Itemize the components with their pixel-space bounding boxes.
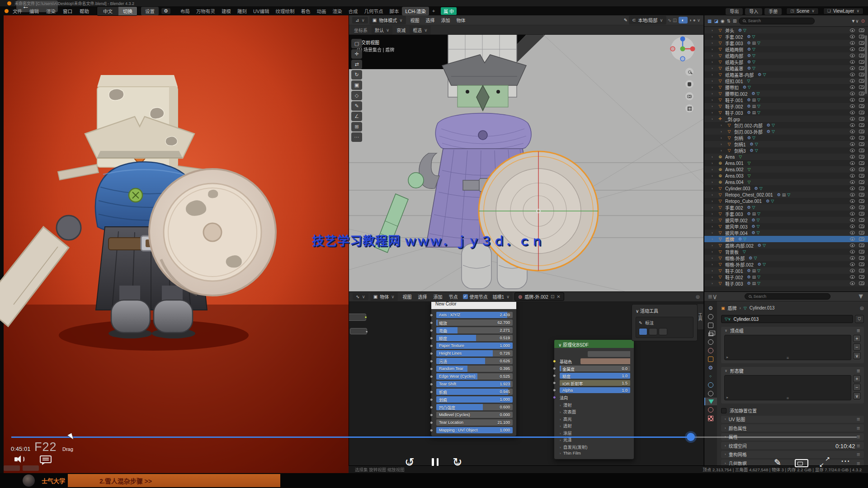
- pause-button[interactable]: [432, 458, 439, 466]
- outliner-row[interactable]: › 鞋子.002 ⚙ ▤ ▽: [704, 103, 868, 109]
- hide-render-icon[interactable]: [859, 136, 864, 140]
- node-param-slider[interactable]: 凹凸强度 0.600: [436, 404, 513, 410]
- hide-viewport-icon[interactable]: [850, 244, 855, 247]
- hide-viewport-icon[interactable]: [850, 231, 855, 235]
- shading-dropdown-icon[interactable]: ∨: [697, 18, 700, 23]
- hide-render-icon[interactable]: [859, 199, 864, 203]
- bsdf-slider[interactable]: 糙度 1.0: [560, 373, 630, 379]
- hide-render-icon[interactable]: [859, 193, 864, 197]
- filter-blend-icon[interactable]: ▦: [708, 19, 712, 23]
- hide-render-icon[interactable]: [859, 47, 864, 51]
- output[interactable]: [704, 321, 717, 329]
- particles[interactable]: [704, 372, 717, 380]
- scale-icon[interactable]: ▣: [351, 80, 362, 90]
- hide-viewport-icon[interactable]: [850, 54, 855, 57]
- workspace-tab[interactable]: 几何节点: [361, 7, 386, 15]
- editor-type-button[interactable]: ⊿∨: [352, 17, 368, 23]
- outliner-row[interactable]: › 手套.002 ⚙ ▤ ▽: [704, 33, 868, 40]
- hide-render-icon[interactable]: [859, 244, 864, 247]
- hide-viewport-icon[interactable]: [850, 250, 855, 253]
- node-param-slider[interactable]: Tear Location 21.100: [436, 419, 513, 426]
- collapsed-panel[interactable]: ›UV 贴图≣: [721, 416, 864, 423]
- hide-render-icon[interactable]: [859, 174, 864, 178]
- outliner-row[interactable]: › 剑柄3 ⚙ ▤ ▽: [704, 147, 868, 154]
- workspace-tab[interactable]: 渲染: [329, 7, 345, 15]
- toggle-grid-icon[interactable]: [685, 104, 693, 113]
- bsdf-section-row[interactable]: ›涂层: [560, 430, 630, 436]
- expand-icon[interactable]: ›: [712, 269, 715, 273]
- bsdf-section-row[interactable]: ›高光: [560, 416, 630, 422]
- outliner-row[interactable]: › 帽檐-外部 ⚙ ▤ ▽: [704, 255, 868, 261]
- outliner-row[interactable]: › 手套.002 ⚙ ▤ ▽: [704, 204, 868, 211]
- expand-icon[interactable]: ›: [712, 275, 715, 279]
- bsdf-section-row[interactable]: ›次表面: [560, 408, 630, 414]
- datablock-field[interactable]: ▽∨ Cylinder.013: [721, 315, 853, 323]
- menu-item[interactable]: 帮助: [76, 8, 93, 15]
- hide-viewport-icon[interactable]: [850, 79, 855, 83]
- socket-icon[interactable]: [430, 337, 433, 340]
- expand-icon[interactable]: ›: [712, 187, 715, 191]
- hide-viewport-icon[interactable]: [850, 35, 855, 38]
- hide-viewport-icon[interactable]: [850, 256, 855, 260]
- outliner-row[interactable]: › 鞋子.002 ⚙ ▤ ▽: [704, 274, 868, 280]
- new-collection-icon[interactable]: ⊞: [733, 19, 736, 23]
- hide-render-icon[interactable]: [859, 275, 864, 279]
- distribution-dropdown[interactable]: [560, 351, 630, 357]
- expand-icon[interactable]: ›: [721, 123, 724, 127]
- node-editor-menu-item[interactable]: 视图: [400, 294, 415, 300]
- workspace-tab[interactable]: 着色: [297, 7, 313, 15]
- blender-menu-icon[interactable]: [5, 9, 9, 13]
- physics[interactable]: [704, 380, 717, 389]
- hide-render-icon[interactable]: [859, 79, 864, 83]
- node-param-slider[interactable]: Tear Shift 1.923: [436, 381, 513, 387]
- hide-render-icon[interactable]: [859, 187, 864, 190]
- hide-viewport-icon[interactable]: [850, 212, 855, 216]
- hide-viewport-icon[interactable]: [850, 193, 855, 197]
- episode-banner[interactable]: 2.雪人混杂步骤 >>: [68, 474, 280, 487]
- outliner-row[interactable]: › 帽檐-外部.002 ⚙ ▤ ▽: [704, 261, 868, 267]
- hide-render-icon[interactable]: [859, 111, 864, 114]
- outliner-row[interactable]: › 纸箱内部 ⚙ ▤ ▽: [704, 52, 868, 59]
- snap-icon[interactable]: ∿: [668, 18, 671, 23]
- filter-funnel-icon[interactable]: ▼∨: [851, 19, 859, 23]
- socket-icon[interactable]: [553, 396, 556, 399]
- socket-icon[interactable]: [553, 381, 556, 385]
- falloff-label[interactable]: 衰减: [396, 27, 406, 33]
- brush-icon[interactable]: ✎: [624, 18, 627, 23]
- topbar-action-button[interactable]: 导出: [726, 8, 743, 15]
- outliner-row[interactable]: › 腰带扣 ⚙ ▤ ▽: [704, 84, 868, 90]
- outliner-row[interactable]: › Area.004 ⚙ ▤ ▽: [704, 179, 868, 185]
- hide-viewport-icon[interactable]: [850, 117, 855, 121]
- hide-viewport-icon[interactable]: [850, 263, 855, 266]
- hide-viewport-icon[interactable]: [850, 206, 855, 209]
- workspace-tab[interactable]: 脚本: [386, 7, 402, 15]
- hide-viewport-icon[interactable]: [850, 282, 855, 285]
- overlays-icon[interactable]: ◫: [673, 18, 677, 23]
- scene[interactable]: [704, 338, 717, 346]
- add-primitive-icon[interactable]: ⊞: [351, 122, 362, 131]
- cursor-icon[interactable]: ✛: [351, 49, 362, 59]
- fake-user-icon[interactable]: ⊡: [551, 294, 554, 299]
- hide-render-icon[interactable]: [859, 54, 864, 57]
- hide-viewport-icon[interactable]: [850, 168, 855, 171]
- expand-icon[interactable]: ›: [721, 136, 724, 140]
- normal-row[interactable]: 法向: [560, 394, 630, 400]
- socket-icon[interactable]: [430, 314, 433, 317]
- outliner-row[interactable]: › Cylinder.003 ⚙ ▤ ▽: [704, 185, 868, 192]
- material-selector[interactable]: ◍ 盾牌-外.002 ⊡ ✕: [514, 292, 564, 301]
- expand-icon[interactable]: ›: [721, 149, 724, 153]
- expand-icon[interactable]: ›: [712, 168, 715, 172]
- socket-icon[interactable]: [553, 360, 556, 363]
- scene-selector[interactable]: ◳ Scene ∨: [786, 8, 818, 14]
- bsdf-slider[interactable]: Alpha 1.0: [560, 387, 630, 393]
- outliner-row[interactable]: › _剑.grp ⚙ ▤ ▽: [704, 116, 868, 122]
- bsdf-section-row[interactable]: ›透射: [560, 422, 630, 428]
- shape-keys-header[interactable]: ∨形态键≣: [721, 367, 864, 375]
- move-icon[interactable]: ⇄: [351, 60, 362, 69]
- orientation-selector[interactable]: ⊂本地/局部∨: [629, 16, 666, 24]
- node-param-slider[interactable]: 折痕 0.945: [436, 389, 513, 395]
- progress-bar[interactable]: [11, 436, 857, 438]
- hide-render-icon[interactable]: [859, 98, 864, 102]
- outliner-row[interactable]: › 纸箱头部 ⚙ ▤ ▽: [704, 59, 868, 65]
- node-editor-menu-item[interactable]: 节点: [446, 294, 461, 300]
